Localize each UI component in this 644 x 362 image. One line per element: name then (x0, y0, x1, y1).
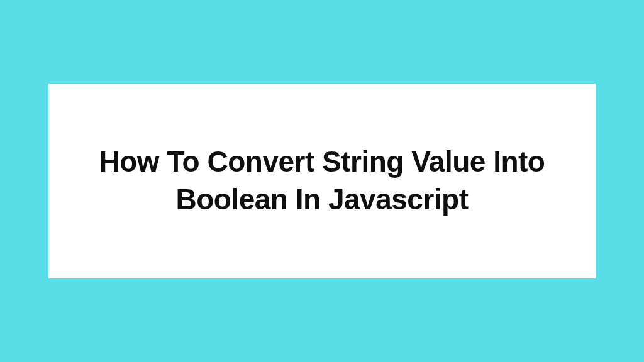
title-card: How To Convert String Value Into Boolean… (48, 84, 596, 278)
main-title: How To Convert String Value Into Boolean… (86, 143, 558, 219)
